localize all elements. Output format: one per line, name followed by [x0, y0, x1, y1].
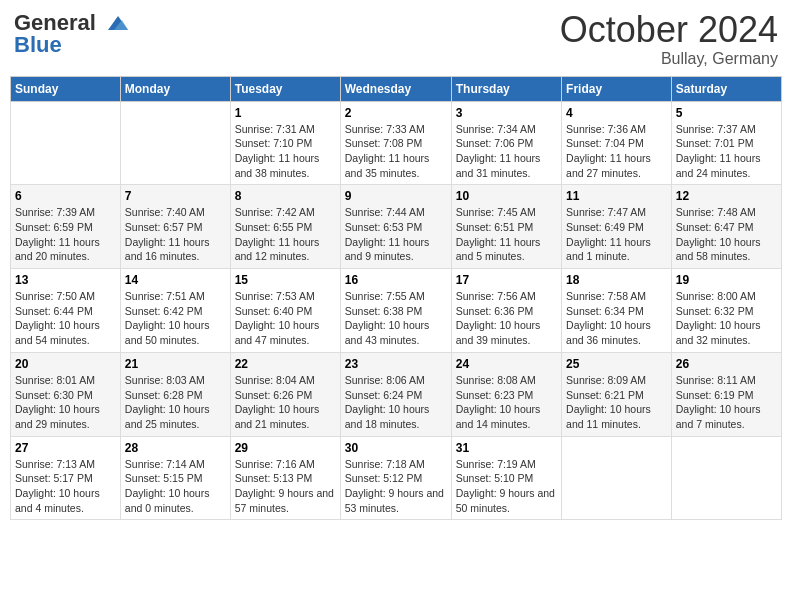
- day-info: Sunrise: 7:51 AM Sunset: 6:42 PM Dayligh…: [125, 289, 226, 348]
- calendar-cell: 11Sunrise: 7:47 AM Sunset: 6:49 PM Dayli…: [562, 185, 672, 269]
- weekday-header-row: SundayMondayTuesdayWednesdayThursdayFrid…: [11, 76, 782, 101]
- day-info: Sunrise: 8:06 AM Sunset: 6:24 PM Dayligh…: [345, 373, 447, 432]
- day-number: 12: [676, 189, 777, 203]
- day-number: 7: [125, 189, 226, 203]
- day-info: Sunrise: 7:42 AM Sunset: 6:55 PM Dayligh…: [235, 205, 336, 264]
- week-row-4: 20Sunrise: 8:01 AM Sunset: 6:30 PM Dayli…: [11, 352, 782, 436]
- calendar-cell: 22Sunrise: 8:04 AM Sunset: 6:26 PM Dayli…: [230, 352, 340, 436]
- day-number: 11: [566, 189, 667, 203]
- day-info: Sunrise: 8:08 AM Sunset: 6:23 PM Dayligh…: [456, 373, 557, 432]
- day-info: Sunrise: 7:36 AM Sunset: 7:04 PM Dayligh…: [566, 122, 667, 181]
- day-info: Sunrise: 8:11 AM Sunset: 6:19 PM Dayligh…: [676, 373, 777, 432]
- calendar-cell: 14Sunrise: 7:51 AM Sunset: 6:42 PM Dayli…: [120, 269, 230, 353]
- day-info: Sunrise: 7:53 AM Sunset: 6:40 PM Dayligh…: [235, 289, 336, 348]
- day-number: 16: [345, 273, 447, 287]
- calendar-cell: 17Sunrise: 7:56 AM Sunset: 6:36 PM Dayli…: [451, 269, 561, 353]
- calendar-cell: 21Sunrise: 8:03 AM Sunset: 6:28 PM Dayli…: [120, 352, 230, 436]
- day-number: 9: [345, 189, 447, 203]
- day-number: 24: [456, 357, 557, 371]
- calendar-cell: 15Sunrise: 7:53 AM Sunset: 6:40 PM Dayli…: [230, 269, 340, 353]
- calendar-cell: 19Sunrise: 8:00 AM Sunset: 6:32 PM Dayli…: [671, 269, 781, 353]
- weekday-tuesday: Tuesday: [230, 76, 340, 101]
- day-info: Sunrise: 7:58 AM Sunset: 6:34 PM Dayligh…: [566, 289, 667, 348]
- day-number: 18: [566, 273, 667, 287]
- day-info: Sunrise: 7:45 AM Sunset: 6:51 PM Dayligh…: [456, 205, 557, 264]
- day-info: Sunrise: 8:04 AM Sunset: 6:26 PM Dayligh…: [235, 373, 336, 432]
- calendar-cell: 10Sunrise: 7:45 AM Sunset: 6:51 PM Dayli…: [451, 185, 561, 269]
- calendar-cell: 9Sunrise: 7:44 AM Sunset: 6:53 PM Daylig…: [340, 185, 451, 269]
- day-info: Sunrise: 7:13 AM Sunset: 5:17 PM Dayligh…: [15, 457, 116, 516]
- day-info: Sunrise: 8:09 AM Sunset: 6:21 PM Dayligh…: [566, 373, 667, 432]
- day-info: Sunrise: 7:14 AM Sunset: 5:15 PM Dayligh…: [125, 457, 226, 516]
- day-number: 1: [235, 106, 336, 120]
- day-info: Sunrise: 7:44 AM Sunset: 6:53 PM Dayligh…: [345, 205, 447, 264]
- calendar-cell: [562, 436, 672, 520]
- calendar-cell: 29Sunrise: 7:16 AM Sunset: 5:13 PM Dayli…: [230, 436, 340, 520]
- day-number: 21: [125, 357, 226, 371]
- day-number: 20: [15, 357, 116, 371]
- calendar-cell: 5Sunrise: 7:37 AM Sunset: 7:01 PM Daylig…: [671, 101, 781, 185]
- day-info: Sunrise: 8:03 AM Sunset: 6:28 PM Dayligh…: [125, 373, 226, 432]
- day-number: 27: [15, 441, 116, 455]
- calendar-cell: 16Sunrise: 7:55 AM Sunset: 6:38 PM Dayli…: [340, 269, 451, 353]
- header: General Blue October 2024 Bullay, German…: [10, 10, 782, 68]
- day-number: 25: [566, 357, 667, 371]
- location: Bullay, Germany: [560, 50, 778, 68]
- weekday-saturday: Saturday: [671, 76, 781, 101]
- title-area: October 2024 Bullay, Germany: [560, 10, 778, 68]
- day-number: 8: [235, 189, 336, 203]
- calendar-cell: 24Sunrise: 8:08 AM Sunset: 6:23 PM Dayli…: [451, 352, 561, 436]
- day-number: 28: [125, 441, 226, 455]
- day-info: Sunrise: 7:16 AM Sunset: 5:13 PM Dayligh…: [235, 457, 336, 516]
- day-number: 6: [15, 189, 116, 203]
- weekday-monday: Monday: [120, 76, 230, 101]
- day-info: Sunrise: 7:50 AM Sunset: 6:44 PM Dayligh…: [15, 289, 116, 348]
- weekday-friday: Friday: [562, 76, 672, 101]
- day-info: Sunrise: 7:55 AM Sunset: 6:38 PM Dayligh…: [345, 289, 447, 348]
- day-info: Sunrise: 7:34 AM Sunset: 7:06 PM Dayligh…: [456, 122, 557, 181]
- calendar-cell: 8Sunrise: 7:42 AM Sunset: 6:55 PM Daylig…: [230, 185, 340, 269]
- day-info: Sunrise: 8:01 AM Sunset: 6:30 PM Dayligh…: [15, 373, 116, 432]
- calendar-body: 1Sunrise: 7:31 AM Sunset: 7:10 PM Daylig…: [11, 101, 782, 520]
- calendar: SundayMondayTuesdayWednesdayThursdayFrid…: [10, 76, 782, 521]
- day-info: Sunrise: 7:37 AM Sunset: 7:01 PM Dayligh…: [676, 122, 777, 181]
- calendar-cell: 31Sunrise: 7:19 AM Sunset: 5:10 PM Dayli…: [451, 436, 561, 520]
- day-info: Sunrise: 7:33 AM Sunset: 7:08 PM Dayligh…: [345, 122, 447, 181]
- day-info: Sunrise: 7:40 AM Sunset: 6:57 PM Dayligh…: [125, 205, 226, 264]
- week-row-3: 13Sunrise: 7:50 AM Sunset: 6:44 PM Dayli…: [11, 269, 782, 353]
- logo-blue: Blue: [14, 32, 62, 58]
- day-number: 10: [456, 189, 557, 203]
- calendar-cell: 20Sunrise: 8:01 AM Sunset: 6:30 PM Dayli…: [11, 352, 121, 436]
- calendar-cell: 12Sunrise: 7:48 AM Sunset: 6:47 PM Dayli…: [671, 185, 781, 269]
- calendar-cell: 1Sunrise: 7:31 AM Sunset: 7:10 PM Daylig…: [230, 101, 340, 185]
- day-number: 26: [676, 357, 777, 371]
- day-number: 5: [676, 106, 777, 120]
- day-number: 2: [345, 106, 447, 120]
- calendar-cell: 26Sunrise: 8:11 AM Sunset: 6:19 PM Dayli…: [671, 352, 781, 436]
- calendar-cell: [120, 101, 230, 185]
- calendar-cell: 25Sunrise: 8:09 AM Sunset: 6:21 PM Dayli…: [562, 352, 672, 436]
- day-number: 13: [15, 273, 116, 287]
- calendar-cell: 27Sunrise: 7:13 AM Sunset: 5:17 PM Dayli…: [11, 436, 121, 520]
- calendar-cell: 2Sunrise: 7:33 AM Sunset: 7:08 PM Daylig…: [340, 101, 451, 185]
- day-number: 3: [456, 106, 557, 120]
- week-row-2: 6Sunrise: 7:39 AM Sunset: 6:59 PM Daylig…: [11, 185, 782, 269]
- day-number: 23: [345, 357, 447, 371]
- calendar-cell: 4Sunrise: 7:36 AM Sunset: 7:04 PM Daylig…: [562, 101, 672, 185]
- calendar-cell: 28Sunrise: 7:14 AM Sunset: 5:15 PM Dayli…: [120, 436, 230, 520]
- weekday-wednesday: Wednesday: [340, 76, 451, 101]
- day-number: 17: [456, 273, 557, 287]
- calendar-cell: 30Sunrise: 7:18 AM Sunset: 5:12 PM Dayli…: [340, 436, 451, 520]
- calendar-cell: 13Sunrise: 7:50 AM Sunset: 6:44 PM Dayli…: [11, 269, 121, 353]
- day-number: 30: [345, 441, 447, 455]
- calendar-cell: [11, 101, 121, 185]
- calendar-cell: 6Sunrise: 7:39 AM Sunset: 6:59 PM Daylig…: [11, 185, 121, 269]
- week-row-1: 1Sunrise: 7:31 AM Sunset: 7:10 PM Daylig…: [11, 101, 782, 185]
- day-info: Sunrise: 8:00 AM Sunset: 6:32 PM Dayligh…: [676, 289, 777, 348]
- calendar-cell: [671, 436, 781, 520]
- day-number: 15: [235, 273, 336, 287]
- day-info: Sunrise: 7:39 AM Sunset: 6:59 PM Dayligh…: [15, 205, 116, 264]
- day-number: 14: [125, 273, 226, 287]
- calendar-cell: 23Sunrise: 8:06 AM Sunset: 6:24 PM Dayli…: [340, 352, 451, 436]
- month-title: October 2024: [560, 10, 778, 50]
